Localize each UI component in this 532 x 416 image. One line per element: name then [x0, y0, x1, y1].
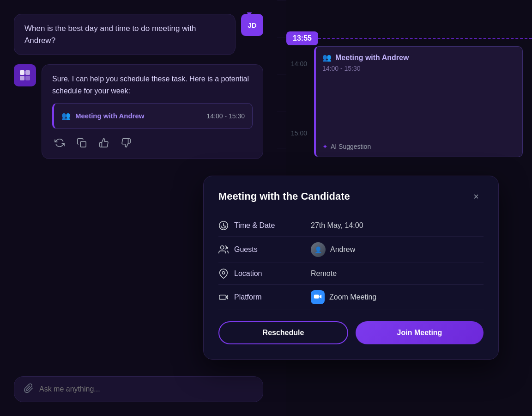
join-meeting-button[interactable]: Join Meeting	[356, 321, 484, 344]
svg-rect-10	[219, 295, 226, 299]
ai-suggestion-label: ✦ AI Suggestion	[322, 143, 371, 150]
modal-close-button[interactable]: ×	[469, 189, 484, 204]
modal-value-platform: Zoom Meeting	[311, 290, 376, 304]
attachment-icon[interactable]	[24, 383, 34, 395]
modal-label-location: Location	[218, 269, 311, 279]
user-bubble: When is the best day and time to do meet…	[14, 14, 236, 55]
location-icon	[218, 269, 229, 279]
svg-rect-11	[314, 295, 319, 299]
svg-point-9	[222, 271, 225, 274]
modal-row-time: Time & Date 27th May, 14:00	[218, 215, 484, 237]
cal-event-time: 14:00 - 15:30	[322, 65, 516, 72]
time-label-1400: 14:00	[291, 60, 307, 67]
cal-event-title: Meeting with Andrew	[335, 54, 409, 62]
svg-point-6	[221, 246, 224, 249]
modal-row-location: Location Remote	[218, 263, 484, 285]
ai-bubble: Sure, I can help you schedule these task…	[42, 64, 263, 159]
modal-value-guests: 👤 Andrew	[311, 242, 355, 257]
thumbs-up-icon[interactable]	[97, 135, 111, 150]
cal-event-users-icon: 👥	[322, 53, 332, 62]
modal-row-guests: Guests 👤 Andrew	[218, 237, 484, 263]
refresh-icon[interactable]	[52, 135, 67, 150]
modal-value-time: 27th May, 14:00	[311, 221, 363, 230]
time-line	[318, 38, 532, 39]
calendar-event[interactable]: 👥 Meeting with Andrew 14:00 - 15:30 ✦ AI…	[314, 46, 523, 157]
modal-header: Meeting with the Candidate ×	[218, 189, 484, 204]
chat-input-area	[14, 376, 263, 402]
modal-value-location: Remote	[311, 269, 337, 278]
ai-response-text: Sure, I can help you schedule these task…	[52, 73, 253, 97]
modal-label-time: Time & Date	[218, 220, 311, 231]
meeting-card-left: 👥 Meeting with Andrew	[61, 110, 144, 122]
cal-event-header: 👥 Meeting with Andrew	[322, 53, 516, 62]
ai-avatar-icon	[14, 64, 36, 86]
chat-input[interactable]	[39, 385, 254, 393]
time-indicator: 13:55	[286, 31, 532, 45]
modal-label-platform: Platform	[218, 292, 311, 302]
svg-rect-2	[20, 76, 24, 80]
copy-icon[interactable]	[74, 135, 89, 150]
modal-buttons: Reschedule Join Meeting	[218, 321, 484, 344]
current-time-badge: 13:55	[286, 31, 318, 45]
meeting-card: 👥 Meeting with Andrew 14:00 - 15:30	[52, 103, 253, 129]
svg-rect-3	[25, 76, 30, 80]
meeting-card-time: 14:00 - 15:30	[206, 111, 245, 121]
user-message: When is the best day and time to do meet…	[14, 14, 263, 55]
meeting-card-title: Meeting with Andrew	[75, 110, 144, 122]
meeting-card-users-icon: 👥	[61, 110, 71, 122]
guest-avatar: 👤	[311, 242, 326, 257]
zoom-icon	[311, 290, 325, 304]
sparkle-icon: ✦	[322, 143, 328, 150]
ai-message: Sure, I can help you schedule these task…	[14, 64, 263, 159]
svg-rect-4	[80, 141, 86, 147]
meeting-modal: Meeting with the Candidate × Time & Date…	[203, 176, 499, 360]
modal-row-platform: Platform Zoom Meeting	[218, 285, 484, 310]
user-message-text: When is the best day and time to do meet…	[24, 24, 196, 45]
reschedule-button[interactable]: Reschedule	[218, 321, 348, 344]
modal-label-guests: Guests	[218, 245, 311, 255]
platform-icon	[218, 292, 229, 302]
svg-rect-1	[25, 70, 30, 75]
modal-title: Meeting with the Candidate	[218, 190, 350, 202]
action-row	[52, 135, 253, 150]
thumbs-down-icon[interactable]	[119, 135, 133, 150]
time-label-1500: 15:00	[291, 129, 307, 137]
clock-icon	[218, 220, 229, 231]
scroll-down-arrow: ▼	[245, 10, 254, 19]
guests-icon	[218, 245, 229, 255]
svg-rect-0	[20, 70, 24, 75]
